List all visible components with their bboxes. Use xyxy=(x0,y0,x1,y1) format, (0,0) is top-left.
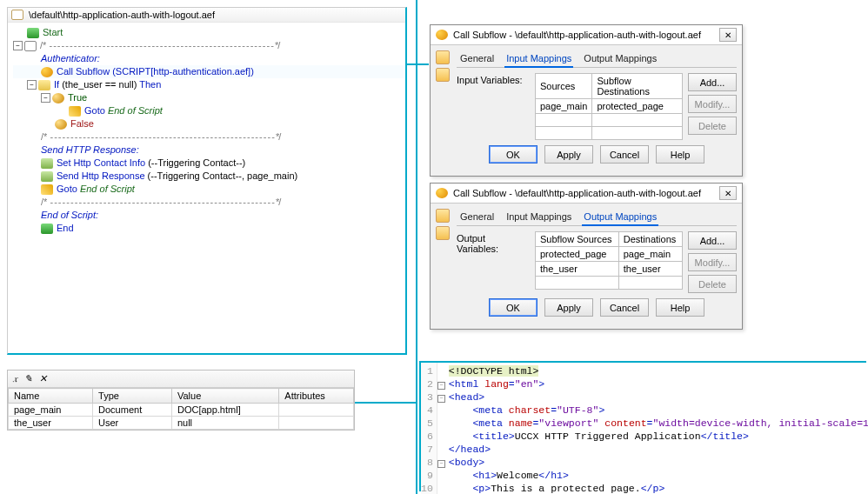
input-mappings-table[interactable]: Sources Subflow Destinations page_mainpr… xyxy=(535,73,683,140)
help-button[interactable]: Help xyxy=(656,145,704,164)
sidebar-icon[interactable] xyxy=(436,50,450,64)
sidebar-icon[interactable] xyxy=(436,209,450,223)
line-number-gutter: 12345678910111213 xyxy=(421,363,437,494)
tab-output-mappings[interactable]: Output Mappings xyxy=(582,210,658,226)
cell-destination[interactable]: the_user xyxy=(618,262,682,277)
table-row-empty[interactable] xyxy=(536,277,683,290)
close-button[interactable]: ✕ xyxy=(719,186,737,200)
table-row-empty[interactable] xyxy=(536,114,683,127)
tab-general[interactable]: General xyxy=(458,210,496,226)
tab-general[interactable]: General xyxy=(458,51,496,68)
step-goto-1[interactable]: Goto End of Script xyxy=(84,104,163,117)
delete-button[interactable]: Delete xyxy=(688,275,737,293)
ok-button[interactable]: OK xyxy=(489,298,537,317)
end-icon xyxy=(41,224,53,234)
cell-type[interactable]: Document xyxy=(93,404,172,417)
cell-value[interactable]: null xyxy=(171,417,278,430)
step-send-http[interactable]: Send Http Response (--Triggering Contact… xyxy=(57,170,297,183)
modify-button[interactable]: Modify... xyxy=(688,95,737,113)
code-line[interactable]: <title>UCCX HTTP Triggered Application</… xyxy=(449,430,868,443)
col-name[interactable]: Name xyxy=(9,389,93,404)
col-subflow-destinations[interactable]: Subflow Destinations xyxy=(592,74,683,99)
help-button[interactable]: Help xyxy=(656,298,704,317)
table-row[interactable]: the_userUsernull xyxy=(9,417,354,430)
fold-toggle[interactable]: − xyxy=(437,391,445,404)
code-line[interactable]: <head> xyxy=(449,391,868,404)
apply-button[interactable]: Apply xyxy=(544,145,593,164)
code-line[interactable]: <p>This is a protected page.</p> xyxy=(449,482,868,494)
table-row[interactable]: protected_pagepage_main xyxy=(536,247,683,262)
cell-source[interactable]: the_user xyxy=(536,262,619,277)
tab-input-mappings[interactable]: Input Mappings xyxy=(504,51,573,68)
apply-button[interactable]: Apply xyxy=(544,298,593,317)
var-delete-icon[interactable]: ✕ xyxy=(39,373,47,384)
sidebar-icon[interactable] xyxy=(436,68,450,82)
code-line[interactable]: <html lang="en"> xyxy=(449,377,868,391)
cancel-button[interactable]: Cancel xyxy=(600,145,649,164)
modify-button[interactable]: Modify... xyxy=(688,253,737,271)
twisty-icon[interactable]: − xyxy=(27,80,37,90)
cell-destination[interactable]: protected_page xyxy=(592,99,683,114)
step-if[interactable]: If (the_user == null) Then xyxy=(54,78,161,91)
col-value[interactable]: Value xyxy=(171,389,278,404)
cell-source[interactable]: protected_page xyxy=(536,247,619,262)
note-icon xyxy=(24,41,37,51)
step-start[interactable]: Start xyxy=(43,26,63,39)
cell-name[interactable]: page_main xyxy=(9,404,93,417)
comment-end-of-script: End of Script: xyxy=(41,209,98,222)
cancel-button[interactable]: Cancel xyxy=(600,298,649,317)
col-type[interactable]: Type xyxy=(93,389,172,404)
cell-type[interactable]: User xyxy=(93,417,172,430)
ok-button[interactable]: OK xyxy=(489,145,537,164)
cell-source[interactable]: page_main xyxy=(536,99,592,114)
step-set-http[interactable]: Set Http Contact Info (--Triggering Cont… xyxy=(57,157,245,170)
col-destinations[interactable]: Destinations xyxy=(618,232,682,247)
cell-attributes[interactable] xyxy=(279,417,354,430)
table-row[interactable]: page_mainDocumentDOC[app.html] xyxy=(9,404,354,417)
close-button[interactable]: ✕ xyxy=(719,28,737,42)
code-editor-panel[interactable]: 12345678910111213 −− − <!DOCTYPE html><h… xyxy=(419,361,866,491)
output-mappings-table[interactable]: Subflow Sources Destinations protected_p… xyxy=(535,231,683,290)
code-line[interactable]: <h1>Welcome</h1> xyxy=(449,469,868,482)
step-call-subflow[interactable]: Call Subflow (SCRIPT[http-authentication… xyxy=(57,65,254,78)
add-button[interactable]: Add... xyxy=(688,73,737,91)
twisty-icon[interactable]: − xyxy=(41,93,50,103)
add-button[interactable]: Add... xyxy=(688,231,737,250)
twisty-icon[interactable]: − xyxy=(13,41,23,50)
tree-titlebar: \default\http-application-auth-with-logo… xyxy=(8,8,405,23)
comment-dashes: - - - - - - - - - - - - - - - - - - - - … xyxy=(50,197,280,207)
var-edit-icon[interactable]: ✎ xyxy=(24,373,32,384)
tab-input-mappings[interactable]: Input Mappings xyxy=(504,210,573,226)
code-line[interactable]: <!DOCTYPE html> xyxy=(449,364,868,377)
branch-false[interactable]: False xyxy=(70,117,94,130)
code-line[interactable]: <body> xyxy=(449,456,868,469)
table-row[interactable]: the_userthe_user xyxy=(536,262,683,277)
code-line[interactable]: <meta name="viewport" content="width=dev… xyxy=(449,417,868,430)
variables-table[interactable]: Name Type Value Attributes page_mainDocu… xyxy=(8,388,354,430)
script-tree[interactable]: Start −/* - - - - - - - - - - - - - - - … xyxy=(8,23,405,238)
cell-destination[interactable]: page_main xyxy=(618,247,682,262)
table-row[interactable]: page_mainprotected_page xyxy=(536,99,683,114)
step-end[interactable]: End xyxy=(57,222,74,235)
code-source[interactable]: <!DOCTYPE html><html lang="en"><head> <m… xyxy=(445,363,868,494)
col-subflow-sources[interactable]: Subflow Sources xyxy=(536,232,619,247)
col-sources[interactable]: Sources xyxy=(536,74,592,99)
code-line[interactable]: </head> xyxy=(449,443,868,456)
code-line[interactable]: <meta charset="UTF-8"> xyxy=(449,404,868,417)
fold-gutter[interactable]: −− − xyxy=(437,363,445,494)
fold-toggle[interactable]: − xyxy=(437,377,445,391)
var-new-icon[interactable]: 𝑥 xyxy=(13,373,17,384)
cell-value[interactable]: DOC[app.html] xyxy=(171,404,278,417)
comment-send-response: Send HTTP Response: xyxy=(41,144,139,157)
table-row-empty[interactable] xyxy=(536,127,683,140)
step-goto-2[interactable]: Goto End of Script xyxy=(57,183,135,196)
fold-toggle[interactable]: − xyxy=(437,456,445,469)
cell-name[interactable]: the_user xyxy=(9,417,93,430)
delete-button[interactable]: Delete xyxy=(688,117,737,135)
sidebar-icon[interactable] xyxy=(436,226,450,240)
cell-attributes[interactable] xyxy=(279,404,354,417)
col-attributes[interactable]: Attributes xyxy=(279,389,354,404)
dialog-icon xyxy=(436,188,448,198)
tab-output-mappings[interactable]: Output Mappings xyxy=(582,51,658,68)
branch-true[interactable]: True xyxy=(68,91,87,104)
